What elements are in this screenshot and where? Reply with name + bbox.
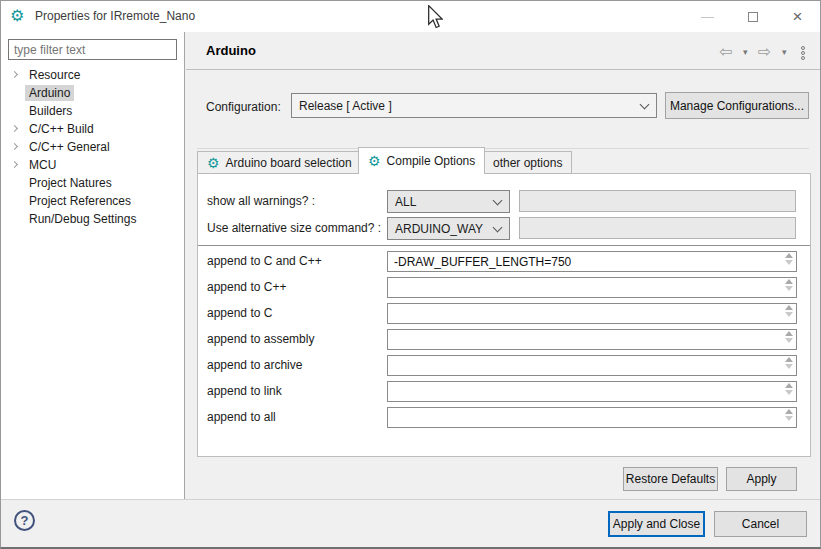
warnings-label: show all warnings? :: [207, 194, 315, 208]
warnings-value: ALL: [395, 195, 416, 209]
sidebar-item-label: MCU: [25, 157, 60, 173]
forward-arrow-icon[interactable]: ⇨: [758, 42, 771, 61]
append-assembly-row: [387, 329, 797, 350]
page-title: Arduino: [206, 43, 256, 58]
gear-icon: ⚙: [207, 156, 220, 170]
append-archive-row: [387, 355, 797, 376]
sidebar-item-label: C/C++ General: [25, 139, 114, 155]
append-all-input[interactable]: [387, 407, 797, 428]
maximize-icon: [748, 12, 758, 22]
sidebar-item-project-references[interactable]: Project References: [1, 192, 183, 210]
help-button[interactable]: ?: [14, 510, 35, 531]
configuration-value: Release [ Active ]: [299, 99, 392, 113]
app-gear-icon: ⚙: [10, 7, 24, 25]
append-all-row: [387, 407, 797, 428]
tab-other-options[interactable]: other options: [483, 151, 572, 174]
append-link-row: [387, 381, 797, 402]
alt-size-select[interactable]: ARDUINO_WAY: [387, 217, 510, 240]
sidebar-item-ccpp-general[interactable]: C/C++ General: [1, 138, 183, 156]
maximize-button[interactable]: [730, 1, 775, 32]
restore-defaults-button[interactable]: Restore Defaults: [623, 467, 718, 491]
sidebar: Resource Arduino Builders C/C++ Build C/…: [1, 32, 185, 499]
cancel-button[interactable]: Cancel: [714, 511, 807, 537]
sidebar-item-label: Project Natures: [25, 175, 116, 191]
sidebar-item-mcu[interactable]: MCU: [1, 156, 183, 174]
section-divider: [198, 245, 810, 246]
append-c-label: append to C: [207, 306, 272, 320]
chevron-right-icon[interactable]: [11, 161, 18, 168]
back-history-caret-icon[interactable]: ▾: [743, 47, 748, 57]
append-c-cpp-input[interactable]: [387, 251, 797, 272]
tab-label: Compile Options: [387, 154, 476, 168]
forward-history-caret-icon[interactable]: ▾: [782, 47, 787, 57]
chevron-right-icon[interactable]: [11, 71, 18, 78]
append-cpp-label: append to C++: [207, 280, 286, 294]
warnings-select[interactable]: ALL: [387, 190, 510, 213]
sidebar-item-label: Project References: [25, 193, 135, 209]
configuration-label: Configuration:: [206, 100, 281, 114]
append-archive-input[interactable]: [387, 355, 797, 376]
window-title: Properties for IRremote_Nano: [35, 9, 195, 23]
close-button[interactable]: ×: [775, 1, 820, 32]
mouse-cursor: [427, 5, 443, 29]
tab-label: other options: [493, 156, 562, 170]
tab-compile-options[interactable]: ⚙ Compile Options: [358, 147, 485, 174]
append-c-input[interactable]: [387, 303, 797, 324]
sidebar-item-ccpp-build[interactable]: C/C++ Build: [1, 120, 183, 138]
append-assembly-input[interactable]: [387, 329, 797, 350]
chevron-right-icon[interactable]: [11, 125, 18, 132]
help-icon: ?: [21, 513, 29, 528]
append-link-input[interactable]: [387, 381, 797, 402]
sidebar-item-label: Run/Debug Settings: [25, 211, 140, 227]
chevron-down-icon: [493, 222, 503, 232]
spinner-icon[interactable]: [784, 253, 794, 265]
configuration-select[interactable]: Release [ Active ]: [291, 93, 657, 118]
properties-dialog: ⚙ Properties for IRremote_Nano — × Resou…: [0, 0, 821, 549]
append-link-label: append to link: [207, 384, 282, 398]
tabstrip-line: [197, 148, 809, 149]
sidebar-item-label: Resource: [25, 67, 84, 83]
minimize-icon: —: [701, 9, 714, 24]
sidebar-item-label: Builders: [25, 103, 76, 119]
chevron-down-icon: [493, 195, 503, 205]
sidebar-item-label: C/C++ Build: [25, 121, 98, 137]
sidebar-item-run-debug-settings[interactable]: Run/Debug Settings: [1, 210, 183, 228]
spinner-icon[interactable]: [784, 279, 794, 291]
spinner-icon[interactable]: [784, 331, 794, 343]
alt-size-label: Use alternative size command? :: [207, 221, 381, 235]
spinner-icon[interactable]: [784, 357, 794, 369]
manage-configurations-button[interactable]: Manage Configurations...: [665, 92, 809, 119]
append-archive-label: append to archive: [207, 358, 302, 372]
sidebar-item-project-natures[interactable]: Project Natures: [1, 174, 183, 192]
spinner-icon[interactable]: [784, 383, 794, 395]
filter-input[interactable]: [8, 39, 177, 60]
apply-button[interactable]: Apply: [726, 467, 797, 491]
titlebar[interactable]: ⚙ Properties for IRremote_Nano — ×: [1, 1, 820, 32]
append-all-label: append to all: [207, 410, 276, 424]
tab-arduino-board-selection[interactable]: ⚙ Arduino board selection: [197, 151, 362, 174]
warnings-extra-field: [519, 190, 796, 212]
chevron-right-icon[interactable]: [11, 143, 18, 150]
alt-size-value: ARDUINO_WAY: [395, 222, 483, 236]
append-cpp-input[interactable]: [387, 277, 797, 298]
gear-icon: ⚙: [368, 154, 381, 168]
append-assembly-label: append to assembly: [207, 332, 314, 346]
sidebar-item-label: Arduino: [25, 85, 74, 101]
append-cpp-row: [387, 277, 797, 298]
spinner-icon[interactable]: [784, 305, 794, 317]
sidebar-item-builders[interactable]: Builders: [1, 102, 183, 120]
chevron-down-icon: [640, 99, 650, 109]
append-c-cpp-row: [387, 251, 797, 272]
sidebar-item-resource[interactable]: Resource: [1, 66, 183, 84]
minimize-button[interactable]: —: [685, 1, 730, 32]
back-arrow-icon[interactable]: ⇦: [719, 42, 732, 61]
sidebar-item-arduino[interactable]: Arduino: [1, 84, 183, 102]
properties-tree: Resource Arduino Builders C/C++ Build C/…: [1, 66, 183, 228]
view-menu-icon[interactable]: [801, 46, 805, 60]
alt-size-extra-field: [519, 217, 796, 239]
footer-divider: [1, 499, 820, 500]
compile-options-pane: show all warnings? : ALL Use alternative…: [197, 173, 811, 457]
apply-and-close-button[interactable]: Apply and Close: [608, 511, 705, 537]
tab-label: Arduino board selection: [226, 156, 352, 170]
spinner-icon[interactable]: [784, 409, 794, 421]
